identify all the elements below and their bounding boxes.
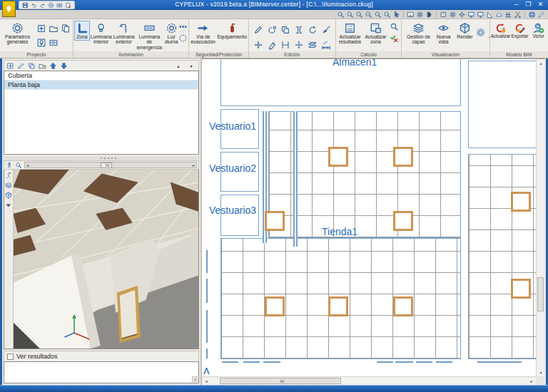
capture-image-icon[interactable] <box>407 11 415 19</box>
bim-exportar-button[interactable]: Exportar <box>510 21 529 41</box>
collapse-down-icon[interactable]: ▾ <box>186 63 196 68</box>
bim-user-button[interactable]: Victor <box>529 21 547 41</box>
vertical-scrollbar[interactable]: ▴ ▾ <box>536 59 544 377</box>
bim-actualizar-button[interactable]: Actualizar <box>491 21 510 41</box>
layers-icon[interactable] <box>5 182 12 189</box>
move-down-icon[interactable] <box>60 62 68 70</box>
divide-icon[interactable] <box>294 25 304 35</box>
check-cross-icon[interactable] <box>390 33 399 43</box>
drawing-canvas[interactable]: Almacen1Vestuario1Vestuario2Vestuario3Ti… <box>202 59 536 377</box>
overflow-dots-icon[interactable] <box>178 22 188 31</box>
zoom-window-icon[interactable] <box>337 11 345 19</box>
ver-resultados-checkbox[interactable] <box>7 354 14 360</box>
search-icon[interactable] <box>390 22 399 31</box>
skylight[interactable] <box>393 211 413 231</box>
zoom-scale-icon[interactable] <box>346 11 354 19</box>
horizontal-scrollbar[interactable]: ◂ ▸ <box>202 376 536 385</box>
actualizar-resultados-button[interactable]: Actualizar resultados <box>338 21 363 46</box>
ortho-grid-icon[interactable] <box>504 11 512 19</box>
scroll-left-icon[interactable]: ◂ <box>25 163 30 168</box>
parametros-generales-button[interactable]: Parámetros generales <box>1 21 34 46</box>
skylight[interactable] <box>328 147 348 167</box>
scroll-right-icon[interactable]: ▸ <box>191 163 196 168</box>
skylight[interactable] <box>511 279 531 299</box>
move-node-icon[interactable] <box>253 40 263 50</box>
background-screen-icon[interactable] <box>467 11 475 19</box>
viewer-person-icon[interactable] <box>6 162 13 169</box>
ribbon-button-zona[interactable]: Zona <box>74 21 90 41</box>
skylight[interactable] <box>511 192 531 212</box>
minimize-button[interactable]: – <box>510 0 522 9</box>
move-up-icon[interactable] <box>49 62 57 70</box>
settings-gear-icon[interactable] <box>476 28 485 37</box>
room-label[interactable]: Vestuario2 <box>209 163 256 174</box>
zoom-in-icon[interactable] <box>374 11 382 19</box>
room-label[interactable]: Tienda1 <box>322 226 357 237</box>
close-button[interactable]: ✕ <box>534 0 547 9</box>
room-label[interactable]: Vestuario1 <box>209 120 256 132</box>
actualizar-zona-button[interactable]: Actualizar zona <box>363 21 389 46</box>
zoom-icon[interactable] <box>15 162 22 169</box>
lamp-library-icon[interactable] <box>36 38 46 48</box>
rotate-icon[interactable] <box>308 25 318 35</box>
zoom-previous-icon[interactable] <box>355 11 363 19</box>
hscroll-thumb[interactable] <box>220 378 341 384</box>
modify-icon[interactable] <box>17 62 25 70</box>
join-icon[interactable] <box>280 40 290 50</box>
collapse-up-icon[interactable]: ▴ <box>173 63 183 68</box>
rectangle-icon[interactable] <box>440 11 447 19</box>
more-icon[interactable] <box>5 202 12 209</box>
mask-icon[interactable] <box>425 11 433 19</box>
equipamiento-button[interactable]: Equipamiento <box>216 21 248 41</box>
snap-point-icon[interactable] <box>458 11 466 19</box>
select-pointer-icon[interactable] <box>392 11 400 19</box>
nueva-vista-button[interactable]: Nueva vista <box>432 21 455 46</box>
zoom-out-icon[interactable] <box>383 11 391 19</box>
gestion-capas-button[interactable]: Gestión de capas <box>405 21 432 46</box>
job-archive-icon[interactable] <box>49 38 59 48</box>
room-label[interactable]: Vestuario3 <box>209 205 256 216</box>
assign-icon[interactable] <box>321 25 331 35</box>
plan-item-planta-baja[interactable]: Planta baja <box>4 81 198 90</box>
luminaria-exterior-button[interactable]: Luminaria exterior <box>113 21 136 46</box>
app-icon[interactable] <box>2 1 16 17</box>
draw-pen-icon[interactable] <box>537 11 545 19</box>
render-button[interactable]: Render <box>455 21 475 41</box>
via-evacuacion-button[interactable]: Vía de evacuación <box>190 21 216 46</box>
scroll-thumb[interactable] <box>101 163 112 168</box>
new-job-icon[interactable] <box>36 24 46 33</box>
luminaria-interior-button[interactable]: Luminaria interior <box>90 21 113 46</box>
move-icon[interactable] <box>294 40 304 50</box>
maximize-button[interactable]: ❐ <box>522 0 534 9</box>
zoom-all-icon[interactable] <box>365 11 372 19</box>
skylight[interactable] <box>393 296 413 316</box>
luminaria-emergencia-button[interactable]: Luminaria de emergencia <box>135 21 163 51</box>
skylight[interactable] <box>265 211 285 231</box>
skylight[interactable] <box>265 296 285 316</box>
erase-icon[interactable] <box>267 40 277 50</box>
open-job-icon[interactable] <box>49 24 59 33</box>
scroll-up-icon[interactable]: ▴ <box>537 59 545 68</box>
skylight[interactable] <box>393 147 413 167</box>
view3d-scrollstrip[interactable]: ◂ ▸ <box>24 162 197 168</box>
measure-icon[interactable] <box>321 40 331 50</box>
luz-diurna-button[interactable]: Luz diurna <box>163 21 179 46</box>
copy-icon[interactable] <box>280 25 290 35</box>
grid-icon[interactable] <box>449 11 457 19</box>
skylight[interactable] <box>328 296 348 316</box>
print-area-icon[interactable] <box>416 11 424 19</box>
add-icon[interactable] <box>6 62 14 70</box>
scroll-left-icon[interactable]: ◂ <box>202 377 210 386</box>
foreground-screen-icon[interactable] <box>477 11 484 19</box>
copy-icon[interactable] <box>28 62 36 70</box>
vscroll-thumb[interactable] <box>537 277 544 311</box>
cut-icon[interactable] <box>514 11 522 19</box>
copy-job-icon[interactable] <box>61 24 71 33</box>
render-cube-icon[interactable] <box>5 192 12 199</box>
protractor-icon[interactable] <box>495 11 503 19</box>
symmetry-icon[interactable] <box>308 40 318 50</box>
room-label[interactable]: Almacen1 <box>333 59 377 68</box>
edit-icon[interactable] <box>253 25 263 35</box>
rotate-copy-icon[interactable] <box>267 25 277 35</box>
resize-corner[interactable]: ◂ <box>192 376 198 382</box>
